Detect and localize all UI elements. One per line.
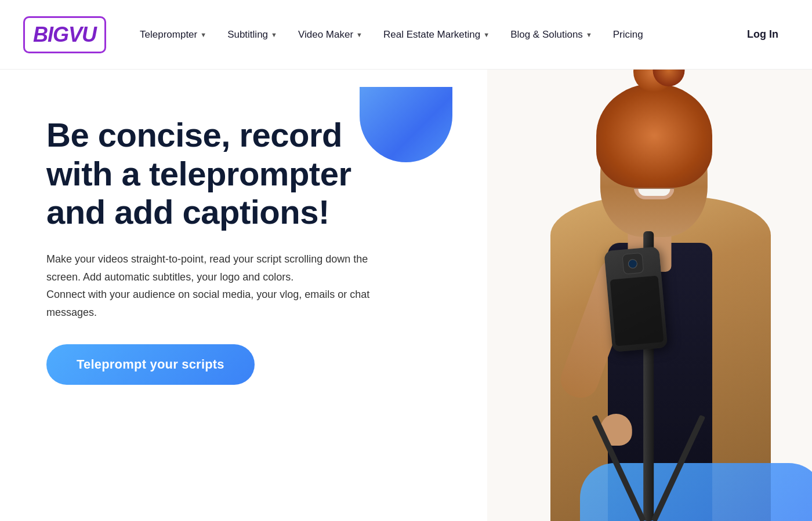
hero-title: Be concise, record with a teleprompter a… xyxy=(46,116,394,232)
logo[interactable]: BIGVU xyxy=(23,16,106,53)
chevron-down-icon: ▼ xyxy=(586,31,592,38)
main-nav: Teleprompter ▼ Subtitling ▼ Video Maker … xyxy=(129,24,789,45)
chevron-down-icon: ▼ xyxy=(356,31,362,38)
person-figure xyxy=(499,70,800,521)
nav-item-video-maker[interactable]: Video Maker ▼ xyxy=(288,24,373,45)
hero-description: Make your videos straight-to-point, read… xyxy=(46,250,394,321)
nav-item-real-estate[interactable]: Real Estate Marketing ▼ xyxy=(373,24,500,45)
hero-section: Be concise, record with a teleprompter a… xyxy=(0,70,812,521)
nav-item-teleprompter[interactable]: Teleprompter ▼ xyxy=(129,24,217,45)
hero-bottom-wave xyxy=(580,463,812,521)
person-hair-base xyxy=(596,83,712,188)
cta-button[interactable]: Teleprompt your scripts xyxy=(46,344,255,385)
logo-text: BIGVU xyxy=(33,23,96,47)
person-teeth xyxy=(638,189,670,196)
chevron-down-icon: ▼ xyxy=(271,31,277,38)
chevron-down-icon: ▼ xyxy=(483,31,490,38)
nav-item-pricing[interactable]: Pricing xyxy=(603,24,654,45)
site-header: BIGVU Teleprompter ▼ Subtitling ▼ Video … xyxy=(0,0,812,70)
phone-camera-module xyxy=(622,253,644,275)
hero-content: Be concise, record with a teleprompter a… xyxy=(0,70,394,420)
phone-device xyxy=(604,246,668,352)
chevron-down-icon: ▼ xyxy=(200,31,206,38)
phone-screen xyxy=(610,276,664,347)
nav-item-subtitling[interactable]: Subtitling ▼ xyxy=(217,24,288,45)
nav-item-login[interactable]: Log In xyxy=(737,24,789,45)
nav-item-blog[interactable]: Blog & Solutions ▼ xyxy=(500,24,603,45)
hero-image-area xyxy=(487,70,812,521)
phone-camera-lens xyxy=(628,258,637,268)
